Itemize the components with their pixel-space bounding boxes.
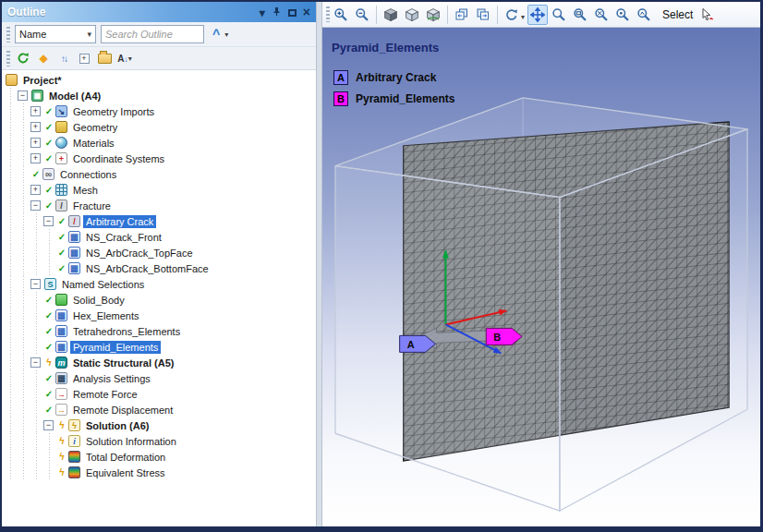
tree-item-static-structural-a5[interactable]: −ϟmStatic Structural (A5) <box>2 355 316 370</box>
zoom-out-alt-button[interactable] <box>634 5 654 25</box>
zoom-button[interactable] <box>549 5 569 25</box>
drag-grip[interactable] <box>326 6 330 22</box>
tree-item-fracture[interactable]: −✓/Fracture <box>2 198 316 213</box>
tree-item-label[interactable]: Connections <box>57 168 119 181</box>
tree-item-geometry[interactable]: +✓Geometry <box>2 119 316 135</box>
view-cube-button[interactable] <box>423 5 443 25</box>
tree-item-label[interactable]: Total Deformation <box>83 451 168 464</box>
tree-item-coordinate-systems[interactable]: +✓+Coordinate Systems <box>2 151 316 166</box>
tree-item-label[interactable]: Hex_Elements <box>70 309 142 322</box>
tree-item-connections[interactable]: ✓∞Connections <box>2 166 316 182</box>
zoom-in-button[interactable] <box>331 5 351 25</box>
expand-toggle-icon[interactable]: + <box>30 138 41 148</box>
tree-item-equivalent-stress[interactable]: ϟEquivalent Stress <box>2 465 316 480</box>
chevron-up-icon[interactable]: ^ <box>212 28 220 41</box>
pan-button[interactable] <box>527 5 548 25</box>
tree-item-arbitrary-crack[interactable]: −✓/Arbitrary Crack <box>2 213 316 229</box>
tree-item-remote-force[interactable]: ✓→Remote Force <box>2 386 316 402</box>
tree-item-label[interactable]: Solid_Body <box>70 294 127 307</box>
tree-item-solution-a6[interactable]: −ϟϟSolution (A6) <box>2 417 316 433</box>
tree-item-geometry-imports[interactable]: +✓↘Geometry Imports <box>2 103 316 119</box>
tree-item-total-deformation[interactable]: ϟTotal Deformation <box>2 449 316 465</box>
tree-item-label[interactable]: Pyramid_Elements <box>70 341 161 354</box>
chevron-down-icon[interactable]: ▾ <box>521 13 525 21</box>
tree-item-label[interactable]: Materials <box>70 137 117 150</box>
shaded-cube-button[interactable] <box>381 5 401 25</box>
expand-toggle-icon[interactable]: + <box>30 106 41 116</box>
search-outline-input[interactable] <box>101 25 204 43</box>
tree-item-label[interactable]: Tetrahedrons_Elements <box>70 325 183 338</box>
float-icon[interactable] <box>288 4 297 20</box>
zoom-box-button[interactable] <box>570 5 590 25</box>
collapse-toggle-icon[interactable]: − <box>43 216 54 226</box>
tree-item-label[interactable]: NS_ArbCrack_BottomFace <box>83 262 212 275</box>
tree-item-remote-displacement[interactable]: ✓→Remote Displacement <box>2 402 316 417</box>
select-cursor-button[interactable] <box>697 5 718 25</box>
expand-all-icon[interactable]: + <box>77 49 91 67</box>
tree-item-label[interactable]: Arbitrary Crack <box>83 215 156 228</box>
diamond-icon[interactable]: ◆ <box>36 49 51 67</box>
tree-item-label[interactable]: Coordinate Systems <box>70 152 167 165</box>
tree-item-label[interactable]: Analysis Settings <box>70 372 153 385</box>
close-icon[interactable]: × <box>303 4 310 20</box>
refresh-icon[interactable] <box>16 49 30 67</box>
tree-item-label[interactable]: Mesh <box>70 184 101 197</box>
zoom-fit-button[interactable] <box>591 5 612 25</box>
chevron-down-icon[interactable]: ▾ <box>260 4 265 20</box>
tree-item-analysis-settings[interactable]: ✓▦Analysis Settings <box>2 370 316 386</box>
zoom-in-alt-button[interactable] <box>612 5 633 25</box>
wireframe-cube-button[interactable] <box>402 5 422 25</box>
tree-item-named-selections[interactable]: −SNamed Selections <box>2 276 316 292</box>
previous-view-button[interactable] <box>452 5 472 25</box>
tree-item-model-a4[interactable]: −▦Model (A4) <box>2 88 316 103</box>
next-view-button[interactable] <box>473 5 493 25</box>
tree-item-label[interactable]: Solution (A6) <box>83 419 151 432</box>
tree-item-label[interactable]: Geometry <box>70 121 120 134</box>
drag-grip[interactable] <box>6 27 10 42</box>
drag-grip[interactable] <box>6 51 10 66</box>
tree-item-label[interactable]: Geometry Imports <box>70 105 157 118</box>
tree-item-label[interactable]: Remote Force <box>70 388 140 401</box>
tree-item-hex-elements[interactable]: ✓▦Hex_Elements <box>2 308 316 323</box>
tree-item-tetrahedrons-elements[interactable]: ✓▦Tetrahedrons_Elements <box>2 323 316 339</box>
tree-item-label[interactable]: Equivalent Stress <box>83 466 168 479</box>
outline-titlebar[interactable]: Outline ▾× <box>2 2 316 22</box>
name-filter-dropdown[interactable]: Name ▾ <box>15 25 96 43</box>
graphics-viewport[interactable]: A B Pyramid_Elements AArbitrary CrackBPy… <box>322 28 760 526</box>
sort-az-icon[interactable]: A↓▾ <box>117 49 132 67</box>
tree-item-ns-arbcrack-topface[interactable]: ✓▦NS_ArbCrack_TopFace <box>2 245 316 260</box>
tree-item-label[interactable]: NS_Crack_Front <box>83 231 164 244</box>
tree-item-label[interactable]: Fracture <box>70 200 114 212</box>
tree-item-label[interactable]: Project* <box>20 74 65 87</box>
collapse-toggle-icon[interactable]: − <box>30 279 41 289</box>
zoom-out-button[interactable] <box>352 5 372 25</box>
collapse-toggle-icon[interactable]: − <box>18 91 28 101</box>
expand-toggle-icon[interactable]: + <box>30 122 41 132</box>
legend-label: Arbitrary Crack <box>356 71 436 84</box>
expand-toggle-icon[interactable]: + <box>30 185 41 195</box>
pin-icon[interactable] <box>272 4 282 20</box>
worksheet-icon[interactable] <box>97 49 112 67</box>
tree-item-project[interactable]: Project* <box>2 72 316 88</box>
expand-toggle-icon[interactable]: + <box>30 153 41 163</box>
collapse-toggle-icon[interactable]: − <box>30 200 41 211</box>
tree-item-label[interactable]: Model (A4) <box>46 90 103 103</box>
tree-item-solid-body[interactable]: ✓Solid_Body <box>2 292 316 308</box>
collapse-toggle-icon[interactable]: − <box>43 420 54 430</box>
sort-arrows-icon[interactable]: ↑↓ <box>56 49 71 67</box>
tree-item-pyramid-elements[interactable]: ✓▦Pyramid_Elements <box>2 339 316 355</box>
tree-item-label[interactable]: Named Selections <box>59 278 147 291</box>
tree-item-ns-crack-front[interactable]: ✓▦NS_Crack_Front <box>2 229 316 245</box>
tree-item-solution-information[interactable]: ϟiSolution Information <box>2 433 316 449</box>
tree-item-ns-arbcrack-bottomface[interactable]: ✓▦NS_ArbCrack_BottomFace <box>2 260 316 276</box>
rotate-button[interactable] <box>502 5 522 25</box>
chevron-down-icon[interactable]: ▾ <box>224 30 228 39</box>
tree-item-mesh[interactable]: +✓Mesh <box>2 182 316 198</box>
collapse-toggle-icon[interactable]: − <box>30 357 41 368</box>
tree-item-label[interactable]: Static Structural (A5) <box>70 357 176 369</box>
tree-item-label[interactable]: Remote Displacement <box>70 404 176 417</box>
tree-item-label[interactable]: NS_ArbCrack_TopFace <box>83 247 196 260</box>
tree-item-materials[interactable]: +✓Materials <box>2 135 316 151</box>
tree-item-label[interactable]: Solution Information <box>83 435 179 448</box>
panel-splitter[interactable] <box>316 2 322 526</box>
